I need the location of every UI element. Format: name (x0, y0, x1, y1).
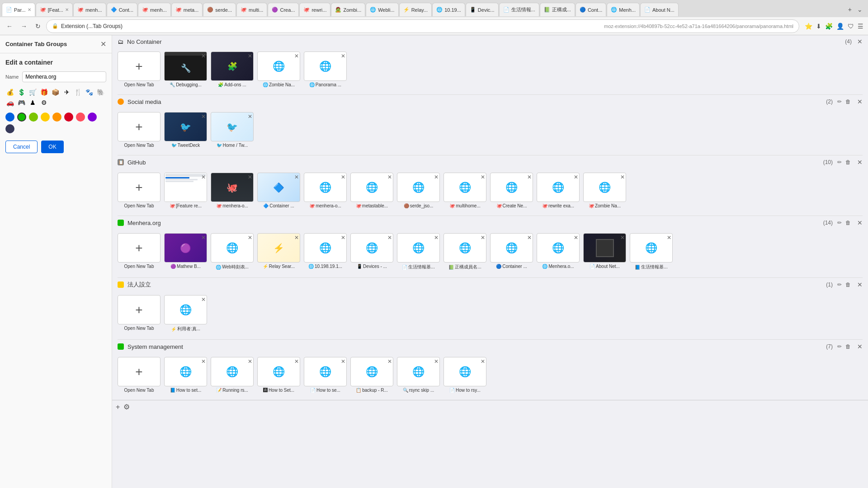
tab-card-close[interactable]: ✕ (201, 296, 206, 303)
tab-multi[interactable]: 🐙 multi... (236, 3, 267, 16)
tab-card-close[interactable]: ✕ (620, 235, 625, 241)
tab-cont[interactable]: 🔷 Cont... (107, 3, 137, 16)
group-delete-social[interactable]: 🗑 (844, 98, 852, 106)
tab-card-debugging[interactable]: ✕ 🔧 🔧Debugging... (164, 52, 207, 87)
tab-card-zombie-gh[interactable]: ✕ 🌐 🐙Zombie Na... (583, 173, 626, 208)
tab-card-close[interactable]: ✕ (434, 235, 439, 241)
tab-card-close[interactable]: ✕ (248, 235, 252, 241)
group-edit-social[interactable]: ✏ (836, 98, 843, 106)
tab-card-create-new[interactable]: ✕ 🌐 🐙Create Ne... (490, 173, 533, 208)
icon-game[interactable]: 🎮 (17, 98, 26, 107)
tab-card-close[interactable]: ✕ (387, 235, 392, 241)
group-edit-system[interactable]: ✏ (836, 343, 843, 351)
tab-card-close[interactable]: ✕ (527, 235, 532, 241)
tab-card-close[interactable]: ✕ (341, 358, 345, 365)
color-dark[interactable] (5, 124, 14, 133)
icon-dollar[interactable]: 💲 (17, 88, 26, 97)
tab-card-running-rs[interactable]: ✕ 🌐 📝Running rs... (211, 357, 254, 393)
tab-overflow-button[interactable]: ⌄ (855, 5, 864, 14)
color-green[interactable] (17, 113, 26, 122)
tab-card-feature-re[interactable]: ✕ 🐙[Feature re... (164, 173, 207, 208)
tab-sei[interactable]: 📗 正構成... (540, 3, 575, 16)
tab-feature[interactable]: 🐙 [Feat... ✕ (36, 3, 73, 16)
download-button[interactable]: ⬇ (815, 22, 822, 31)
reload-button[interactable]: ↻ (33, 22, 43, 31)
tab-card-close[interactable]: ✕ (341, 174, 345, 180)
tab-card-container-gh[interactable]: ✕ 🔷 🔷Container ... (257, 173, 300, 208)
tab-card-close[interactable]: ✕ (667, 235, 671, 241)
tab-zombie[interactable]: 🧟 Zombi... (331, 3, 365, 16)
group-edit-houjin[interactable]: ✏ (836, 281, 843, 289)
tab-card-multihome[interactable]: ✕ 🌐 🐙multihome... (443, 173, 486, 208)
tab-card-close[interactable]: ✕ (387, 358, 392, 365)
tab-card-close[interactable]: ✕ (248, 358, 252, 365)
color-lime[interactable] (29, 113, 38, 122)
group-edit-menhera[interactable]: ✏ (836, 219, 843, 227)
ok-button[interactable]: OK (41, 141, 63, 153)
tab-card-tweetdeck[interactable]: ✕ 🐦 🐦TweetDeck (164, 112, 207, 148)
tab-devices[interactable]: 📱 Devic... (466, 3, 499, 16)
tab-card-mathew[interactable]: ✕ 🟣 🟣Mathew B... (164, 233, 207, 270)
tab-card-close[interactable]: ✕ (201, 235, 206, 241)
icon-elephant[interactable]: 🐘 (96, 88, 105, 97)
tab-relay[interactable]: ⚡ Relay... (399, 3, 432, 16)
tab-card-close[interactable]: ✕ (574, 174, 578, 180)
icon-chess[interactable]: ♟ (28, 98, 37, 107)
tab-card-web-jikoku[interactable]: ✕ 🌐 🌐Web時刻表... (211, 233, 254, 270)
icon-paw[interactable]: 🐾 (85, 88, 94, 97)
icon-money[interactable]: 💰 (5, 88, 14, 97)
new-tab-card[interactable]: + Open New Tab (118, 112, 160, 148)
icon-gift[interactable]: 🎁 (39, 88, 48, 97)
tab-close-icon[interactable]: ✕ (28, 7, 31, 12)
tab-card-close[interactable]: ✕ (481, 174, 485, 180)
icon-car[interactable]: 🚗 (5, 98, 14, 107)
tab-menh1[interactable]: 🐙 menh... (73, 3, 106, 16)
tab-card-relay-search[interactable]: ✕ ⚡ ⚡Relay Sear... (257, 233, 300, 270)
sync-button[interactable]: 👤 (835, 22, 845, 31)
tab-card-close[interactable]: ✕ (294, 358, 299, 365)
tab-card-close[interactable]: ✕ (527, 174, 532, 180)
icon-fork[interactable]: 🍴 (74, 88, 83, 97)
icon-plane[interactable]: ✈ (62, 88, 71, 97)
tab-close-icon[interactable]: ✕ (65, 7, 69, 12)
tab-card-close[interactable]: ✕ (248, 113, 252, 120)
tab-card-sei-member[interactable]: ✕ 🌐 📗正構成員名... (443, 233, 486, 270)
tab-card-close[interactable]: ✕ (481, 235, 485, 241)
tab-card-close[interactable]: ✕ (434, 174, 439, 180)
tab-card-close[interactable]: ✕ (434, 358, 439, 365)
new-tab-button[interactable]: + (846, 5, 854, 14)
tab-card-how-set1[interactable]: ✕ 🌐 📘How to set... (164, 357, 207, 393)
tab-card-devices[interactable]: ✕ 🌐 📱Devices - ... (350, 233, 393, 270)
tab-card-addons[interactable]: ✕ 🧩 🧩Add-ons ... (211, 52, 254, 87)
group-delete-houjin[interactable]: 🗑 (844, 281, 852, 289)
new-tab-card[interactable]: + Open New Tab (118, 233, 160, 270)
group-delete-menhera[interactable]: 🗑 (844, 219, 852, 227)
tab-card-twitter-home[interactable]: ✕ 🐦 🐦Home / Tw... (211, 112, 254, 148)
tab-card-menhera-gh[interactable]: ✕ 🐙 🐙menhera-o... (211, 173, 254, 208)
extensions-button[interactable]: 🧩 (824, 22, 834, 31)
add-group-button[interactable]: + (116, 403, 120, 411)
tab-webli[interactable]: 🌐 Webli... (366, 3, 398, 16)
cancel-button[interactable]: Cancel (5, 141, 38, 153)
tab-card-seikatsu2[interactable]: ✕ 🌐 📘生活情報基... (630, 233, 673, 270)
tab-card-close[interactable]: ✕ (201, 358, 206, 365)
tab-card-close[interactable]: ✕ (201, 53, 206, 59)
name-input[interactable] (22, 71, 106, 82)
tab-create[interactable]: 🟣 Crea... (268, 3, 299, 16)
tab-card-close[interactable]: ✕ (620, 174, 625, 180)
forward-button[interactable]: → (18, 22, 30, 31)
color-pink[interactable] (76, 113, 85, 122)
icon-box[interactable]: 📦 (51, 88, 60, 97)
tab-card-close[interactable]: ✕ (201, 174, 206, 180)
tab-card-ip[interactable]: ✕ 🌐 🌐10.198.19.1... (304, 233, 347, 270)
tab-ip[interactable]: 🌐 10.19... (432, 3, 465, 16)
tab-card-riyousha[interactable]: ✕ 🌐 ⚡利用者:真... (164, 295, 207, 332)
tab-card-panorama[interactable]: ✕ 🌐 🌐Panorama ... (304, 52, 347, 87)
new-tab-card[interactable]: + Open New Tab (118, 173, 160, 208)
group-close-social[interactable]: ✕ (857, 98, 863, 105)
color-blue[interactable] (5, 113, 14, 122)
tab-card-close[interactable]: ✕ (248, 53, 252, 59)
group-close-no-container[interactable]: ✕ (857, 38, 863, 45)
tab-card-close[interactable]: ✕ (341, 235, 345, 241)
color-orange[interactable] (52, 113, 61, 122)
